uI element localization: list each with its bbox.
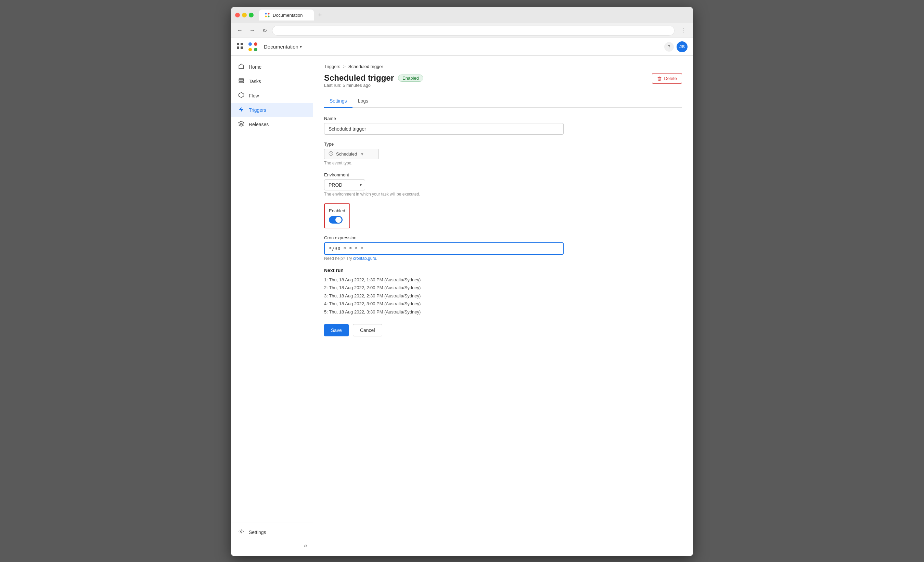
tab-settings[interactable]: Settings xyxy=(324,95,352,108)
delete-button[interactable]: Delete xyxy=(652,73,682,84)
cancel-button[interactable]: Cancel xyxy=(353,324,382,336)
browser-tab[interactable]: Documentation xyxy=(259,10,314,21)
sidebar-item-tasks[interactable]: Tasks xyxy=(231,74,313,88)
sidebar: Home Tasks Flow xyxy=(231,56,313,556)
next-run-title: Next run xyxy=(324,268,682,273)
maximize-button[interactable] xyxy=(249,13,254,18)
next-run-group: Next run 1: Thu, 18 Aug 2022, 1:30 PM (A… xyxy=(324,268,682,316)
brand-dropdown-icon[interactable]: ▾ xyxy=(300,45,302,49)
next-run-item-2: 2: Thu, 18 Aug 2022, 2:00 PM (Australia/… xyxy=(324,284,682,291)
collapse-button[interactable]: « xyxy=(304,542,308,549)
breadcrumb-separator: > xyxy=(343,64,346,69)
back-button[interactable]: ← xyxy=(235,25,245,35)
app-logo xyxy=(248,41,258,52)
sidebar-item-flow[interactable]: Flow xyxy=(231,88,313,103)
enabled-section: Enabled xyxy=(324,203,350,228)
type-label: Type xyxy=(324,142,682,146)
last-run-text: Last run: 5 minutes ago xyxy=(324,83,423,88)
user-avatar[interactable]: JS xyxy=(676,41,687,52)
minimize-button[interactable] xyxy=(242,13,247,18)
sidebar-tasks-label: Tasks xyxy=(249,79,261,84)
apps-grid-icon[interactable] xyxy=(237,42,243,51)
environment-select[interactable]: PROD STAGING DEV xyxy=(324,179,365,190)
page-header: Scheduled trigger Enabled Last run: 5 mi… xyxy=(324,73,682,93)
delete-label: Delete xyxy=(664,76,677,81)
svg-rect-14 xyxy=(239,82,244,83)
type-dropdown-icon: ▾ xyxy=(361,151,363,157)
close-button[interactable] xyxy=(235,13,240,18)
brand-name[interactable]: Documentation xyxy=(264,44,298,49)
environment-hint: The environment in which your task will … xyxy=(324,192,682,197)
browser-toolbar: ← → ↻ ⋮ xyxy=(231,23,693,38)
svg-rect-7 xyxy=(241,46,243,49)
app-header: Documentation ▾ ? JS xyxy=(231,38,693,56)
next-run-item-5: 5: Thu, 18 Aug 2022, 3:30 PM (Australia/… xyxy=(324,308,682,316)
cron-help: Need help? Try crontab.guru. xyxy=(324,256,682,261)
type-field-group: Type Scheduled ▾ The event type. xyxy=(324,142,682,166)
enabled-toggle[interactable] xyxy=(329,216,343,224)
cron-field-group: Cron expression Need help? Try crontab.g… xyxy=(324,235,682,261)
sidebar-collapse: « xyxy=(231,540,313,552)
svg-rect-5 xyxy=(241,43,243,45)
browser-window: Documentation + ← → ↻ ⋮ xyxy=(231,7,693,556)
triggers-icon xyxy=(238,106,245,114)
svg-point-0 xyxy=(265,13,267,15)
breadcrumb-triggers-link[interactable]: Triggers xyxy=(324,64,340,69)
releases-icon xyxy=(238,121,245,128)
home-icon xyxy=(238,63,245,71)
window-controls xyxy=(235,13,254,18)
cron-input[interactable] xyxy=(324,242,564,255)
help-button[interactable]: ? xyxy=(664,42,674,52)
next-run-item-1: 1: Thu, 18 Aug 2022, 1:30 PM (Australia/… xyxy=(324,276,682,284)
crontab-guru-link[interactable]: crontab.guru xyxy=(353,256,376,261)
cron-label: Cron expression xyxy=(324,235,682,240)
sidebar-item-home[interactable]: Home xyxy=(231,60,313,74)
page-title-row: Scheduled trigger Enabled xyxy=(324,73,423,83)
tasks-icon xyxy=(238,78,245,85)
refresh-button[interactable]: ↻ xyxy=(260,25,269,35)
name-input[interactable] xyxy=(324,123,564,135)
page-title: Scheduled trigger xyxy=(324,73,394,83)
sidebar-item-triggers[interactable]: Triggers xyxy=(231,103,313,117)
tab-logs[interactable]: Logs xyxy=(352,95,374,108)
sidebar-triggers-label: Triggers xyxy=(249,107,266,113)
environment-field-group: Environment PROD STAGING DEV The environ… xyxy=(324,172,682,197)
sidebar-settings-label: Settings xyxy=(249,529,266,535)
main-content: Triggers > Scheduled trigger Scheduled t… xyxy=(313,56,693,556)
sidebar-flow-label: Flow xyxy=(249,93,259,99)
browser-chrome: Documentation + xyxy=(231,7,693,23)
sidebar-home-label: Home xyxy=(249,64,261,70)
svg-rect-4 xyxy=(237,43,239,45)
address-bar[interactable] xyxy=(272,25,675,36)
browser-menu-button[interactable]: ⋮ xyxy=(677,25,689,36)
next-run-item-4: 4: Thu, 18 Aug 2022, 3:00 PM (Australia/… xyxy=(324,300,682,308)
type-dropdown[interactable]: Scheduled ▾ xyxy=(324,149,379,159)
sidebar-item-releases[interactable]: Releases xyxy=(231,117,313,132)
enabled-label: Enabled xyxy=(329,208,345,213)
name-label: Name xyxy=(324,116,682,121)
save-button[interactable]: Save xyxy=(324,324,349,336)
svg-rect-12 xyxy=(239,79,244,80)
svg-marker-15 xyxy=(239,93,244,98)
tabs-bar: Settings Logs xyxy=(324,95,682,108)
next-run-list: 1: Thu, 18 Aug 2022, 1:30 PM (Australia/… xyxy=(324,276,682,316)
delete-icon xyxy=(657,76,662,81)
svg-point-1 xyxy=(268,13,270,15)
title-bar: Documentation + xyxy=(235,10,689,23)
next-run-item-3: 3: Thu, 18 Aug 2022, 2:30 PM (Australia/… xyxy=(324,292,682,300)
sidebar-releases-label: Releases xyxy=(249,122,268,127)
svg-point-9 xyxy=(254,42,257,46)
forward-button[interactable]: → xyxy=(248,25,257,35)
sidebar-item-settings[interactable]: Settings xyxy=(231,525,313,540)
tab-bar: Documentation + xyxy=(259,10,325,21)
status-badge: Enabled xyxy=(398,75,423,82)
app-body: Home Tasks Flow xyxy=(231,56,693,556)
svg-point-11 xyxy=(254,48,257,51)
toggle-wrapper xyxy=(329,216,345,224)
new-tab-button[interactable]: + xyxy=(315,10,325,20)
tab-label: Documentation xyxy=(273,13,303,18)
environment-label: Environment xyxy=(324,172,682,178)
tab-favicon xyxy=(264,12,270,18)
svg-point-2 xyxy=(265,16,267,18)
type-value: Scheduled xyxy=(336,151,357,157)
